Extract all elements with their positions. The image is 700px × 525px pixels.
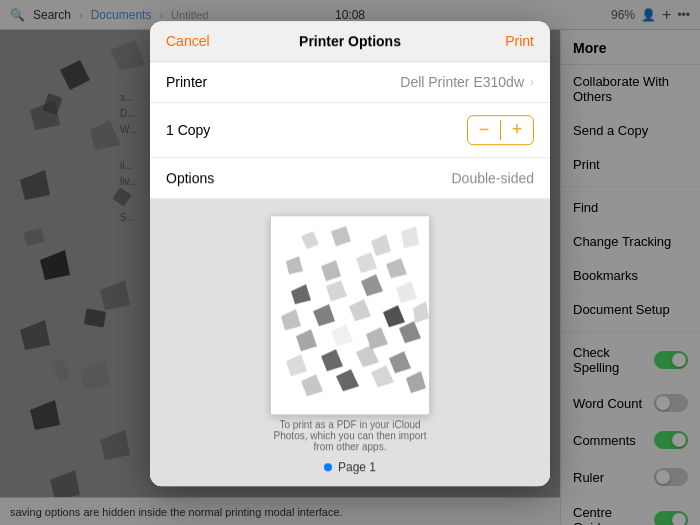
preview-caption: To print as a PDF in your iCloud Photos,…: [270, 419, 430, 452]
page-label: Page 1: [338, 460, 376, 474]
printer-arrow-icon: ›: [530, 75, 534, 89]
preview-page: [270, 215, 430, 415]
printer-options-modal: Cancel Printer Options Print Printer Del…: [150, 21, 550, 486]
preview-area: To print as a PDF in your iCloud Photos,…: [150, 199, 550, 486]
copy-row: 1 Copy − +: [150, 103, 550, 158]
copy-label: 1 Copy: [166, 122, 210, 138]
printer-value: Dell Printer E310dw ›: [400, 74, 534, 90]
preview-svg: [271, 216, 430, 415]
options-row[interactable]: Options Double-sided: [150, 158, 550, 199]
printer-row[interactable]: Printer Dell Printer E310dw ›: [150, 62, 550, 103]
printer-label: Printer: [166, 74, 207, 90]
stepper-minus-button[interactable]: −: [468, 116, 500, 144]
print-button[interactable]: Print: [505, 33, 534, 49]
page-indicator: Page 1: [324, 460, 376, 474]
stepper-plus-button[interactable]: +: [501, 116, 533, 144]
page-dot: [324, 463, 332, 471]
cancel-button[interactable]: Cancel: [166, 33, 210, 49]
printer-name: Dell Printer E310dw: [400, 74, 524, 90]
copy-stepper: − +: [467, 115, 534, 145]
options-value: Double-sided: [452, 170, 535, 186]
modal-title: Printer Options: [299, 33, 401, 49]
modal-header: Cancel Printer Options Print: [150, 21, 550, 62]
options-label: Options: [166, 170, 214, 186]
